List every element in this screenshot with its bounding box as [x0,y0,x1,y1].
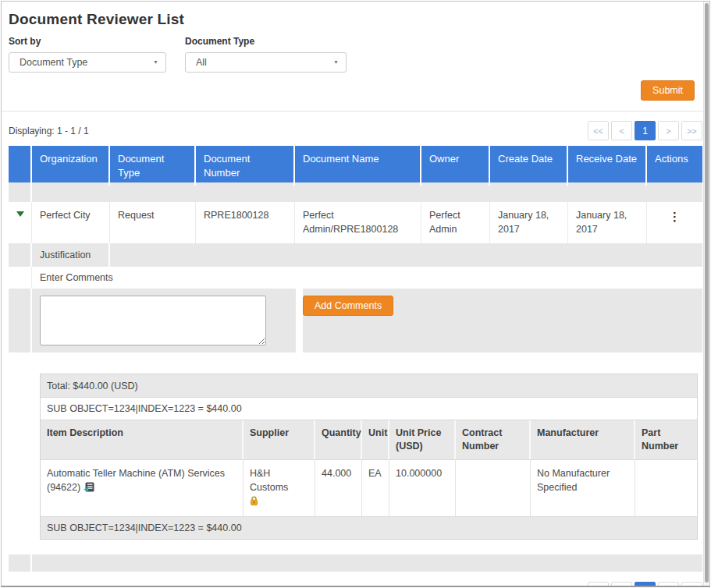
header-part-number: Part Number [635,420,697,459]
document-table: Organization Document Type Document Numb… [9,146,702,572]
add-comments-button[interactable]: Add Comments [303,296,393,316]
header-document-number: Document Number [196,146,295,186]
cell-supplier: H&H Customs [244,460,315,516]
header-unit: Unit [362,420,389,459]
submit-button[interactable]: Submit [641,80,695,101]
cell-contract-number [456,460,531,516]
header-supplier: Supplier [244,420,315,459]
sub-object-row-bottom: SUB OBJECT=1234|INDEX=1223 = $440.00 [41,517,697,539]
header-quantity: Quantity [315,420,362,459]
pagination-prev-button[interactable]: < [611,582,632,587]
submit-row: Submit [9,80,702,101]
sort-by-select[interactable]: Document Type ▼ [9,52,166,73]
enter-comments-label: Enter Comments [32,267,702,289]
cell-unit: EA [362,460,389,516]
pagination-prev-button[interactable]: < [611,121,632,140]
pagination-first-button[interactable]: << [588,121,609,140]
header-actions: Actions [647,146,702,186]
cell-quantity: 44.000 [315,460,362,516]
sort-by-selected-value: Document Type [20,57,87,68]
pagination-bottom: << < 1 > >> [585,582,702,587]
document-type-label: Document Type [185,36,347,47]
displaying-text: Displaying: 1 - 1 / 1 [9,586,89,587]
document-type-selected-value: All [196,57,207,68]
cell-unit-price: 10.000000 [389,460,456,516]
cell-document-type: Request [110,202,196,243]
cell-receive-date: January 18, 2017 [568,202,647,243]
header-expander-column [9,146,32,186]
document-reviewer-page: Document Reviewer List Sort by Document … [1,1,710,587]
header-owner: Owner [421,146,490,186]
header-contract-number: Contract Number [456,420,531,459]
cell-document-number: RPRE1800128 [196,202,295,243]
chevron-down-icon: ▼ [333,59,339,65]
comments-textarea[interactable] [40,296,266,345]
document-type-select[interactable]: All ▼ [185,52,347,73]
total-row: Total: $440.00 (USD) [41,374,697,398]
line-items-table: Total: $440.00 (USD) SUB OBJECT=1234|IND… [40,374,698,540]
pagination-page-1-button[interactable]: 1 [635,121,656,140]
document-type-filter: Document Type All ▼ [185,36,347,73]
line-items-header: Item Description Supplier Quantity Unit … [41,420,697,460]
cell-actions: ⋮ [647,202,702,243]
scrollbar[interactable] [703,2,709,586]
table-row: Perfect City Request RPRE1800128 Perfect… [9,202,702,243]
divider [2,111,709,112]
justification-row: Justification [9,243,702,267]
cell-owner: Perfect Admin [421,202,490,243]
spacer-row-bottom [9,554,702,572]
pagination-page-1-button[interactable]: 1 [635,582,656,587]
cell-item-description: Automatic Teller Machine (ATM) Services … [41,460,244,516]
cell-organization: Perfect City [32,202,110,243]
page-title: Document Reviewer List [9,11,702,28]
header-receive-date: Receive Date [568,146,647,186]
header-document-name: Document Name [295,146,421,186]
triangle-down-icon [16,211,24,217]
line-item-row: Automatic Teller Machine (ATM) Services … [41,460,697,517]
comments-row: Add Comments [9,289,702,352]
spacer-row-top [9,182,702,202]
chevron-down-icon: ▼ [153,59,158,65]
pagination-last-button[interactable]: >> [681,582,702,587]
displaying-text: Displaying: 1 - 1 / 1 [9,126,89,136]
pagination-next-button[interactable]: > [658,121,679,140]
lock-icon[interactable] [250,496,258,510]
pagination-next-button[interactable]: > [658,582,679,587]
cell-part-number [635,460,697,516]
kebab-menu-icon[interactable]: ⋮ [669,209,681,222]
scrollbar-thumb[interactable] [705,3,709,583]
enter-comments-row: Enter Comments [9,267,702,289]
commodity-document-icon[interactable] [84,482,94,496]
row-expander-toggle[interactable] [9,202,32,243]
pagination-top: << < 1 > >> [585,121,702,140]
document-table-header: Organization Document Type Document Numb… [9,146,702,182]
filter-bar: Sort by Document Type ▼ Document Type Al… [9,36,702,73]
header-create-date: Create Date [490,146,568,186]
header-document-type: Document Type [110,146,196,186]
sort-by-filter: Sort by Document Type ▼ [9,36,166,73]
pagination-first-button[interactable]: << [588,582,609,587]
line-items-section: Total: $440.00 (USD) SUB OBJECT=1234|IND… [9,352,702,554]
list-controls-top: Displaying: 1 - 1 / 1 << < 1 > >> [9,121,702,140]
cell-document-name: Perfect Admin/RPRE1800128 [295,202,421,243]
justification-label: Justification [32,243,110,267]
list-controls-bottom: Displaying: 1 - 1 / 1 << < 1 > >> [9,582,702,587]
pagination-last-button[interactable]: >> [681,121,702,140]
sub-object-row-top: SUB OBJECT=1234|INDEX=1223 = $440.00 [41,398,697,420]
header-item-description: Item Description [41,420,244,459]
cell-manufacturer: No Manufacturer Specified [531,460,635,516]
sort-by-label: Sort by [9,36,166,47]
header-unit-price: Unit Price (USD) [389,420,456,459]
cell-create-date: January 18, 2017 [490,202,568,243]
header-manufacturer: Manufacturer [531,420,635,459]
header-organization: Organization [32,146,110,186]
